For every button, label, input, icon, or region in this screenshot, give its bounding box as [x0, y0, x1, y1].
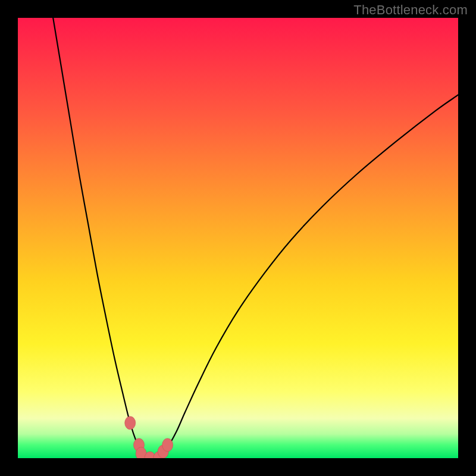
data-marker [125, 416, 136, 430]
curve-markers [125, 416, 173, 458]
chart-frame: TheBottleneck.com [0, 0, 476, 476]
curve-layer [18, 18, 458, 458]
curve-left-branch [53, 18, 150, 458]
curve-right-branch [150, 95, 458, 459]
watermark-text: TheBottleneck.com [353, 2, 468, 18]
data-marker [162, 439, 173, 452]
plot-area [18, 18, 458, 458]
